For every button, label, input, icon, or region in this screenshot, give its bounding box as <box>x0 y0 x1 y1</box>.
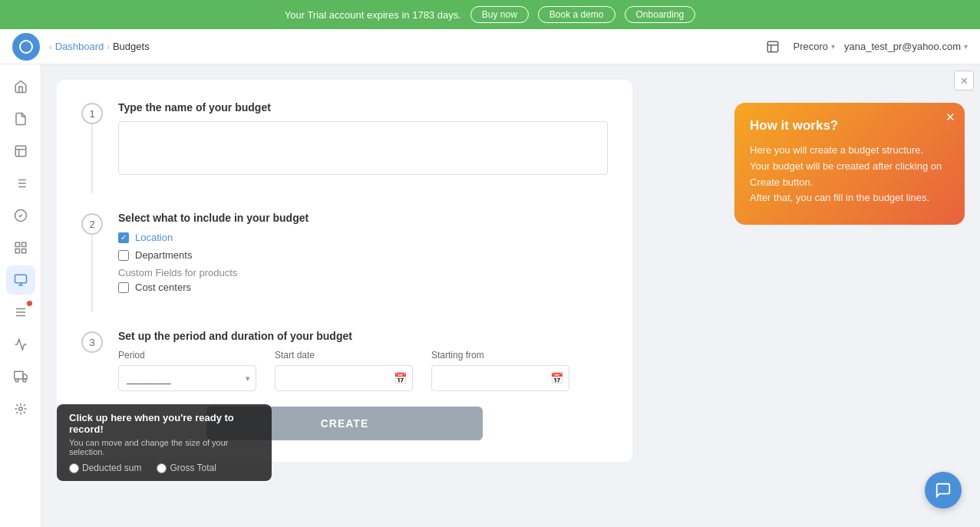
cost-centers-label: Cost centers <box>135 282 191 293</box>
banner-text: Your Trial account expires in 1783 days. <box>285 9 461 21</box>
main-content: ✕ 1 Type the name of your budget 2 <box>41 64 980 527</box>
svg-rect-0 <box>767 41 778 52</box>
svg-rect-10 <box>21 242 25 246</box>
sidebar-item-lists[interactable] <box>6 298 35 327</box>
logo-icon <box>19 40 33 54</box>
period-row: Period ________ Monthly Quarterly Yearly… <box>118 350 608 391</box>
user-chevron-icon: ▾ <box>964 42 968 51</box>
onboarding-button[interactable]: Onboarding <box>625 6 696 23</box>
org-chevron-icon: ▾ <box>831 42 835 51</box>
budget-name-input[interactable] <box>118 121 608 175</box>
start-date-wrapper: 📅 <box>275 365 413 391</box>
sidebar-item-list[interactable] <box>6 169 35 198</box>
location-checked-icon: ✓ <box>118 232 129 243</box>
starting-from-input[interactable] <box>431 365 569 391</box>
start-date-input[interactable] <box>275 365 413 391</box>
start-date-field: Start date 📅 <box>275 350 413 391</box>
starting-from-calendar-icon[interactable]: 📅 <box>550 372 563 384</box>
sidebar-item-approvals[interactable] <box>6 201 35 230</box>
notifications-icon[interactable] <box>761 35 784 58</box>
step-1-title: Type the name of your budget <box>118 101 608 114</box>
user-email: yana_test_pr@yahoo.com <box>844 41 961 52</box>
breadcrumb-sep: › <box>107 42 110 51</box>
trial-banner: Your Trial account expires in 1783 days.… <box>0 0 980 29</box>
header-right: Precoro ▾ yana_test_pr@yahoo.com ▾ <box>761 35 968 58</box>
step-3-number: 3 <box>81 331 103 353</box>
location-label: Location <box>135 232 173 243</box>
book-demo-button[interactable]: Book a demo <box>538 6 615 23</box>
chevron-left-icon: ‹ <box>49 42 52 51</box>
svg-point-22 <box>23 379 26 382</box>
step-3-section: 3 Set up the period and duration of your… <box>81 330 608 391</box>
sidebar-item-catalog[interactable] <box>6 233 35 262</box>
deducted-sum-label: Deducted sum <box>82 463 141 473</box>
step-1-section: 1 Type the name of your budget <box>81 101 608 193</box>
gross-total-option[interactable]: Gross Total <box>157 463 216 473</box>
step-3-title: Set up the period and duration of your b… <box>118 330 608 342</box>
custom-fields-label: Custom Fields for products <box>118 267 608 278</box>
step-divider-2 <box>91 235 93 311</box>
tooltip-title: Click up here when you're ready to recor… <box>69 412 259 435</box>
period-select[interactable]: ________ Monthly Quarterly Yearly <box>118 365 256 391</box>
how-it-works-title: How it works? <box>750 118 949 133</box>
cost-centers-checkbox-row: Cost centers <box>118 282 608 293</box>
sidebar-item-home[interactable] <box>6 72 35 101</box>
gross-total-radio[interactable] <box>157 463 167 473</box>
starting-from-label: Starting from <box>431 350 569 361</box>
step-1-content: Type the name of your budget <box>118 101 608 193</box>
breadcrumb-home[interactable]: Dashboard <box>55 41 104 52</box>
svg-point-21 <box>15 379 18 382</box>
svg-rect-11 <box>21 249 25 253</box>
departments-label: Departments <box>135 249 192 261</box>
app-layout: ✕ 1 Type the name of your budget 2 <box>0 64 980 527</box>
sidebar-item-requests[interactable] <box>6 104 35 133</box>
user-dropdown[interactable]: yana_test_pr@yahoo.com ▾ <box>844 41 968 52</box>
step-divider-1 <box>91 124 93 193</box>
main-close-button[interactable]: ✕ <box>954 71 974 91</box>
gross-total-label: Gross Total <box>170 463 216 473</box>
sidebar-item-delivery[interactable] <box>6 362 35 391</box>
departments-checkbox-row: Departments <box>118 249 608 261</box>
chat-button[interactable] <box>925 472 962 509</box>
sidebar-item-orders[interactable] <box>6 137 35 166</box>
start-date-label: Start date <box>275 350 413 361</box>
svg-rect-12 <box>15 249 19 253</box>
svg-marker-20 <box>23 374 27 379</box>
breadcrumb-current: Budgets <box>113 41 150 52</box>
sidebar <box>0 64 41 527</box>
start-date-calendar-icon[interactable]: 📅 <box>394 372 407 384</box>
period-field: Period ________ Monthly Quarterly Yearly… <box>118 350 256 391</box>
org-dropdown[interactable]: Precoro ▾ <box>794 41 836 52</box>
starting-from-field: Starting from 📅 <box>431 350 569 391</box>
badge-icon <box>27 301 32 306</box>
deducted-sum-option[interactable]: Deducted sum <box>69 463 141 473</box>
starting-from-wrapper: 📅 <box>431 365 569 391</box>
logo <box>12 33 40 61</box>
buy-now-button[interactable]: Buy now <box>470 6 529 23</box>
svg-rect-19 <box>14 371 22 379</box>
how-it-works-card: ✕ How it works? Here you will create a b… <box>734 103 965 225</box>
svg-point-23 <box>18 407 22 411</box>
header: ‹ Dashboard › Budgets Precoro ▾ yana_tes… <box>0 29 980 64</box>
location-checkbox-row: ✓ Location <box>118 232 608 243</box>
step-3-content: Set up the period and duration of your b… <box>118 330 608 391</box>
svg-rect-9 <box>15 242 19 246</box>
how-it-works-body: Here you will create a budget structure.… <box>750 143 949 206</box>
tooltip-bubble: Click up here when you're ready to recor… <box>57 404 272 481</box>
how-it-works-close-button[interactable]: ✕ <box>945 110 955 124</box>
tooltip-subtitle: You can move and change the size of your… <box>69 438 259 456</box>
departments-checkbox[interactable] <box>118 250 129 261</box>
cost-centers-checkbox[interactable] <box>118 282 129 293</box>
step-2-title: Select what to include in your budget <box>118 212 608 224</box>
sidebar-item-analytics[interactable] <box>6 330 35 359</box>
period-label: Period <box>118 350 256 361</box>
deducted-sum-radio[interactable] <box>69 463 79 473</box>
breadcrumb: ‹ Dashboard › Budgets <box>49 41 761 52</box>
step-1-number: 1 <box>81 103 103 124</box>
period-select-wrapper: ________ Monthly Quarterly Yearly ▾ <box>118 365 256 391</box>
org-name: Precoro <box>794 41 829 52</box>
svg-rect-1 <box>15 146 26 156</box>
sidebar-item-budgets[interactable] <box>6 265 35 295</box>
step-2-section: 2 Select what to include in your budget … <box>81 212 608 311</box>
sidebar-item-integrations[interactable] <box>6 394 35 423</box>
